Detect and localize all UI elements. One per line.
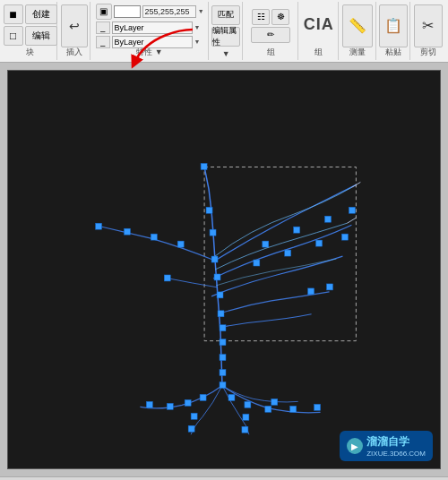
toolbar-group-paste: 📋 粘贴 bbox=[378, 2, 410, 60]
cut-button[interactable]: ✂ bbox=[414, 4, 443, 47]
cia-label: CIA bbox=[304, 15, 334, 34]
svg-rect-35 bbox=[200, 394, 206, 400]
svg-rect-20 bbox=[294, 227, 300, 233]
bylayer1-icon[interactable]: ⎯ bbox=[96, 21, 110, 34]
svg-rect-39 bbox=[243, 414, 249, 420]
match-props-button[interactable]: 匹配 bbox=[211, 5, 240, 25]
svg-rect-21 bbox=[325, 216, 332, 222]
toolbar-group-insert: ↩ 插入 bbox=[59, 2, 90, 60]
group-label2: 组 bbox=[314, 47, 323, 58]
group-btn1[interactable]: ☷ bbox=[252, 9, 270, 25]
svg-rect-36 bbox=[185, 399, 191, 406]
svg-rect-10 bbox=[220, 325, 226, 331]
group-btn2[interactable]: ☸ bbox=[271, 9, 289, 25]
svg-rect-33 bbox=[290, 406, 297, 412]
bylayer2-arrow[interactable]: ▼ bbox=[194, 39, 201, 45]
svg-rect-31 bbox=[245, 401, 251, 407]
svg-rect-17 bbox=[316, 240, 323, 246]
block-icon2[interactable]: □ bbox=[4, 26, 23, 46]
play-icon: ▶ bbox=[351, 441, 358, 451]
svg-rect-6 bbox=[211, 256, 218, 262]
svg-rect-25 bbox=[96, 223, 102, 229]
block-buttons-row2: □ 编辑 bbox=[4, 26, 57, 46]
toolbar-group-cia: ☷ ☸ ✏ 组 bbox=[245, 2, 298, 60]
svg-rect-41 bbox=[191, 413, 197, 419]
svg-rect-38 bbox=[146, 401, 152, 407]
svg-rect-8 bbox=[217, 292, 223, 298]
svg-rect-5 bbox=[210, 229, 216, 236]
cia-group-label: 组 bbox=[267, 47, 275, 58]
svg-rect-9 bbox=[218, 311, 224, 317]
svg-rect-22 bbox=[349, 207, 355, 213]
svg-rect-11 bbox=[220, 339, 226, 346]
color-dropdown-arrow[interactable]: ▼ bbox=[198, 8, 204, 14]
statusbar bbox=[0, 476, 448, 480]
svg-rect-43 bbox=[271, 399, 278, 405]
watermark-title: 溜溜自学 bbox=[366, 434, 426, 450]
toolbar-group-match: 匹配 编辑属性 ▼ bbox=[211, 2, 243, 60]
group-btn3[interactable]: ✏ bbox=[251, 27, 290, 43]
svg-rect-1 bbox=[8, 82, 440, 457]
svg-rect-30 bbox=[228, 394, 235, 400]
paste-label: 粘贴 bbox=[385, 47, 401, 58]
toolbar-group-measure: 📏 测量 bbox=[340, 2, 376, 60]
svg-rect-32 bbox=[265, 406, 271, 412]
bylayer2-icon[interactable]: ⎯ bbox=[96, 36, 110, 48]
edit-button[interactable]: 编辑 bbox=[25, 26, 57, 46]
svg-rect-13 bbox=[220, 370, 226, 376]
measure-label: 测量 bbox=[349, 47, 366, 58]
color-swatch[interactable] bbox=[114, 5, 141, 18]
create-button[interactable]: 创建 bbox=[25, 4, 57, 24]
properties-label: 特性 ▼ bbox=[136, 47, 162, 58]
cut-label: 剪切 bbox=[420, 47, 436, 58]
svg-rect-23 bbox=[308, 288, 314, 295]
svg-rect-16 bbox=[285, 250, 291, 256]
prop-icon[interactable]: ▣ bbox=[96, 4, 113, 20]
bylayer1-dropdown[interactable]: ByLayer bbox=[112, 21, 193, 34]
watermark-text-container: 溜溜自学 ZIXUE.3D66.COM bbox=[366, 434, 426, 458]
svg-rect-19 bbox=[263, 241, 269, 247]
watermark-badge: ▶ 溜溜自学 ZIXUE.3D66.COM bbox=[340, 431, 433, 461]
drawing-area[interactable]: ▶ 溜溜自学 ZIXUE.3D66.COM bbox=[7, 70, 441, 469]
svg-rect-18 bbox=[341, 234, 348, 240]
color-row: ▣ 255,255,255 ▼ bbox=[96, 4, 204, 20]
svg-rect-14 bbox=[220, 381, 226, 388]
watermark-icon: ▶ bbox=[347, 438, 363, 454]
svg-rect-24 bbox=[327, 284, 333, 290]
svg-rect-26 bbox=[124, 228, 130, 235]
svg-rect-29 bbox=[164, 275, 170, 281]
toolbar-group-block: ■ 创建 □ 编辑 块 bbox=[4, 2, 57, 60]
svg-rect-4 bbox=[206, 207, 212, 213]
toolbar-group-properties: ▣ 255,255,255 ▼ ⎯ ByLayer ▼ ⎯ ByLayer ▼ … bbox=[92, 2, 209, 60]
svg-rect-15 bbox=[254, 260, 260, 266]
insert-label: 插入 bbox=[66, 47, 82, 58]
toolbar: ■ 创建 □ 编辑 块 ↩ 插入 ▣ 255,255,255 ▼ ⎯ ByLay… bbox=[0, 0, 448, 63]
block-buttons-row1: ■ 创建 bbox=[4, 4, 57, 24]
watermark-url: ZIXUE.3D66.COM bbox=[366, 450, 426, 458]
measure-button[interactable]: 📏 bbox=[342, 4, 373, 47]
svg-rect-34 bbox=[314, 404, 321, 410]
insert-button[interactable]: ↩ bbox=[61, 4, 88, 47]
match-label: ▼ bbox=[222, 49, 230, 58]
bylayer1-arrow[interactable]: ▼ bbox=[194, 24, 201, 30]
svg-rect-27 bbox=[151, 234, 157, 240]
svg-rect-7 bbox=[214, 274, 220, 280]
color-value[interactable]: 255,255,255 bbox=[142, 5, 196, 18]
block-icon[interactable]: ■ bbox=[4, 4, 23, 24]
edit-attr-button[interactable]: 编辑属性 bbox=[211, 27, 240, 47]
bylayer-row1: ⎯ ByLayer ▼ bbox=[96, 21, 204, 34]
svg-rect-42 bbox=[188, 425, 194, 432]
svg-rect-12 bbox=[220, 355, 226, 361]
svg-rect-37 bbox=[167, 403, 173, 409]
drawing-canvas bbox=[8, 71, 440, 468]
cia-section: CIA 组 bbox=[300, 2, 339, 60]
svg-rect-40 bbox=[242, 426, 248, 433]
paste-button[interactable]: 📋 bbox=[379, 4, 408, 47]
svg-rect-3 bbox=[201, 163, 207, 169]
block-group-label: 块 bbox=[26, 47, 34, 58]
toolbar-group-cut: ✂ 剪切 bbox=[412, 2, 444, 60]
svg-rect-28 bbox=[177, 241, 184, 247]
